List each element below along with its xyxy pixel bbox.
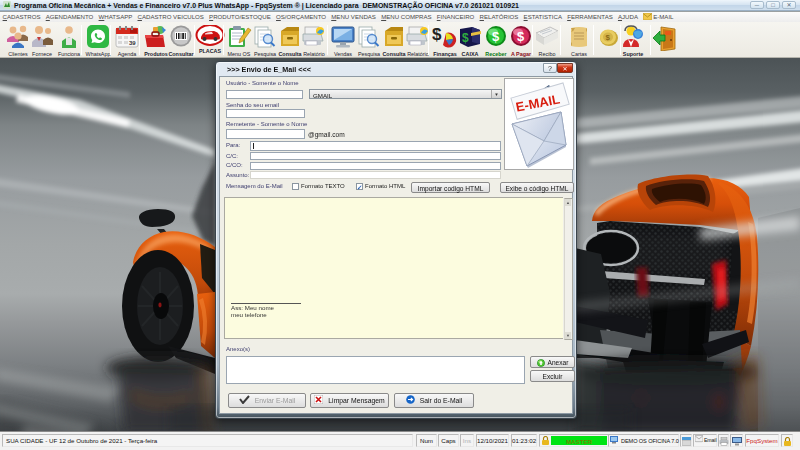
svg-text:$: $ [462, 31, 469, 45]
svg-text:$: $ [606, 33, 611, 42]
svg-text:39: 39 [129, 40, 136, 46]
svg-text:$: $ [492, 29, 500, 44]
svg-text:$: $ [432, 25, 442, 44]
svg-text:$: $ [517, 29, 525, 44]
